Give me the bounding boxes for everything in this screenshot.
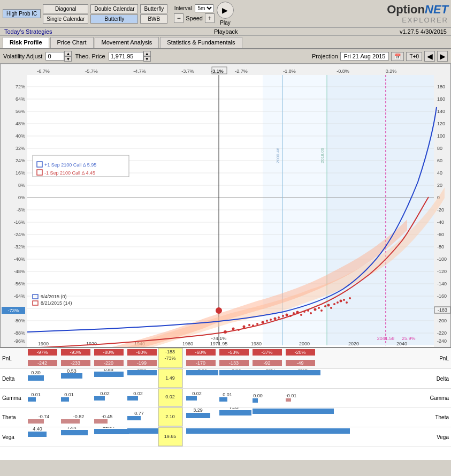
svg-text:56%: 56%: [16, 109, 25, 114]
svg-text:80: 80: [437, 146, 442, 151]
volatility-input[interactable]: [45, 52, 64, 61]
svg-point-115: [307, 309, 309, 312]
svg-point-103: [262, 321, 264, 324]
svg-text:-60: -60: [437, 232, 444, 237]
svg-text:-0.8%: -0.8%: [337, 69, 349, 74]
tab-movement-analysis[interactable]: Movement Analysis: [95, 37, 159, 48]
single-calendar-button[interactable]: Butterfly: [90, 14, 138, 24]
svg-text:-233: -233: [71, 360, 80, 366]
svg-text:8%: 8%: [18, 183, 25, 188]
svg-text:1920: 1920: [86, 341, 97, 346]
svg-text:-160: -160: [437, 293, 447, 299]
svg-text:-80%: -80%: [14, 318, 25, 323]
volatility-up-button[interactable]: ▲: [64, 51, 72, 56]
svg-text:3.29: 3.29: [193, 407, 203, 413]
play-button[interactable]: ▶: [217, 2, 234, 19]
vega-label-right: Vega: [424, 434, 451, 440]
high-prob-ic-button[interactable]: High Prob IC: [3, 9, 41, 18]
interval-select[interactable]: 5m: [195, 4, 214, 12]
speed-controls: − Speed +: [174, 13, 215, 23]
svg-text:-100: -100: [437, 256, 447, 262]
speed-increase-button[interactable]: +: [205, 13, 215, 23]
svg-point-122: [330, 307, 332, 309]
svg-rect-179: [61, 373, 82, 379]
theo-price-up-button[interactable]: ▲: [143, 51, 151, 56]
play-label: Play: [220, 20, 230, 26]
tab-statistics[interactable]: Statistics & Fundamentals: [160, 37, 242, 48]
butterfly2-button[interactable]: Butterfly: [140, 4, 167, 13]
theta-label: Theta: [0, 414, 27, 420]
svg-text:0.02: 0.02: [100, 391, 110, 396]
svg-text:0.02: 0.02: [165, 394, 175, 399]
svg-text:2000: 2000: [299, 341, 310, 346]
svg-text:-68%: -68%: [195, 350, 206, 355]
svg-text:48%: 48%: [16, 121, 25, 126]
svg-text:12.72: 12.72: [268, 407, 280, 409]
theta-row: Theta -0.74 -0.82 -0.45 0.77 2.10 3.29 7…: [0, 407, 451, 427]
volatility-down-button[interactable]: ▼: [64, 56, 72, 62]
speed-label: Speed: [186, 15, 203, 21]
svg-rect-183: [127, 370, 157, 375]
bwb-button[interactable]: BWB: [140, 14, 167, 24]
svg-point-129: [216, 307, 222, 314]
svg-rect-231: [28, 432, 47, 437]
svg-point-110: [289, 315, 292, 317]
svg-point-127: [346, 301, 348, 304]
theo-price-input[interactable]: [109, 52, 143, 61]
svg-text:180: 180: [437, 84, 445, 89]
svg-text:1900: 1900: [38, 341, 49, 346]
svg-text:-0.82: -0.82: [73, 414, 85, 419]
svg-text:-183: -183: [165, 349, 175, 354]
svg-text:2020: 2020: [348, 341, 359, 346]
svg-text:0.53: 0.53: [67, 369, 77, 374]
proj-prev-button[interactable]: ◀: [424, 51, 435, 62]
diagonal-button[interactable]: Diagonal: [43, 4, 88, 13]
svg-point-126: [343, 299, 345, 301]
svg-rect-235: [94, 429, 129, 434]
theo-price-down-button[interactable]: ▼: [143, 56, 151, 62]
svg-rect-189: [219, 370, 254, 375]
svg-point-104: [266, 320, 268, 322]
svg-text:2000.46: 2000.46: [276, 148, 280, 163]
chart-container: -6.7% -5.7% -4.7% -3.7% -3.1% -2.7% -1.8…: [0, 64, 451, 347]
svg-point-96: [224, 330, 227, 334]
svg-point-112: [296, 311, 299, 314]
svg-point-109: [286, 314, 288, 316]
t0-button[interactable]: T+0: [406, 52, 422, 61]
speed-decrease-button[interactable]: −: [174, 13, 184, 23]
svg-text:-0.01: -0.01: [286, 393, 297, 398]
projection-section: Projection Fri 21 Aug 2015 📅 T+0 ◀ ▶: [312, 51, 448, 62]
svg-text:2040: 2040: [396, 341, 407, 346]
pnl-label-right: PnL: [424, 356, 451, 361]
svg-text:-96%: -96%: [14, 338, 25, 344]
svg-text:-73%: -73%: [164, 356, 175, 361]
calendar-button[interactable]: 📅: [391, 52, 404, 61]
svg-rect-197: [61, 397, 69, 402]
svg-rect-201: [127, 396, 138, 401]
svg-text:140: 140: [437, 109, 445, 114]
svg-text:16%: 16%: [16, 170, 25, 176]
svg-text:64%: 64%: [16, 96, 25, 102]
double-calendar-button[interactable]: Double Calendar: [90, 4, 138, 13]
butterfly-button[interactable]: Single Calendar: [43, 14, 88, 24]
svg-text:-88%: -88%: [14, 330, 25, 336]
svg-text:-242: -242: [37, 360, 47, 366]
projection-date[interactable]: Fri 21 Aug 2015: [340, 52, 389, 61]
svg-point-108: [282, 315, 284, 317]
tab-risk-profile[interactable]: Risk Profile: [3, 37, 49, 48]
svg-text:40%: 40%: [16, 133, 25, 139]
svg-text:32%: 32%: [16, 146, 25, 151]
svg-text:-0.74: -0.74: [39, 414, 50, 419]
pnl-row: PnL -97% -93% -88% -80% -183 -73% -68% -…: [0, 348, 451, 369]
svg-point-119: [320, 309, 323, 312]
gamma-label-right: Gamma: [424, 395, 451, 401]
proj-next-button[interactable]: ▶: [437, 51, 448, 62]
svg-rect-12: [327, 75, 434, 345]
logo-option: Option: [387, 3, 425, 16]
strategies-link[interactable]: Today's Strategies: [4, 28, 52, 35]
logo-section: OptionNET EXPLORER: [387, 3, 448, 24]
svg-text:19.65: 19.65: [164, 434, 177, 439]
svg-rect-211: [286, 398, 291, 402]
tab-price-chart[interactable]: Price Chart: [50, 37, 94, 48]
svg-text:-6.7%: -6.7%: [37, 69, 50, 74]
